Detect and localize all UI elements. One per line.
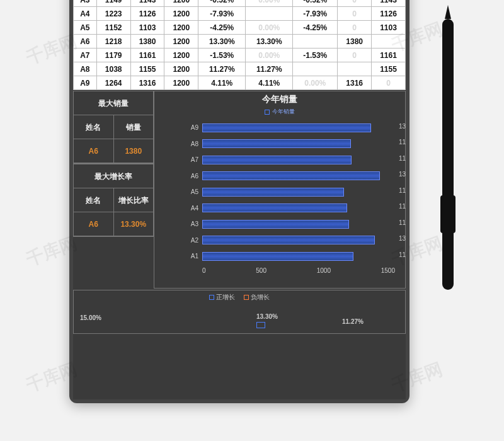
table-row: A612181380120013.30%13.30%1380 [74,35,406,49]
table-cell: 1126 [372,7,406,21]
table-cell: 1223 [96,7,130,21]
bar-category-label: A3 [181,220,198,227]
max-growth-h1: 姓名 [74,188,114,212]
table-cell: 1200 [164,0,198,7]
bar-row: A61380 [181,168,395,185]
table-cell: 1143 [130,0,164,7]
table-cell: 11.27% [246,62,293,76]
data-table: A21272134212005.50%5.50%1342A31149114312… [73,0,406,90]
max-sales-title: 最大销量 [74,91,153,115]
table-cell: 1264 [96,76,130,90]
bar-value-label: 1380 [399,171,406,178]
table-cell: 0.00% [246,21,293,35]
table-cell: 1126 [130,7,164,21]
table-row: A91264131612004.11%4.11%0.00%13160 [74,76,406,90]
bar: 1316 [202,123,371,132]
max-growth-title: 最大增长率 [74,164,153,188]
bar-chart: 今年销量 今年销量 A91316A81155A71161A61380A51103… [154,91,406,289]
table-cell: 1179 [96,49,130,62]
max-sales-name: A6 [74,139,114,163]
bar-track: 1155 [202,139,395,148]
table-cell: 1103 [130,21,164,35]
max-growth-name: A6 [74,212,114,236]
bar-row: A21342 [181,232,395,249]
bar-value-label: 1316 [399,123,406,130]
bar-track: 1176 [202,252,395,261]
bar: 1176 [202,252,353,261]
max-sales-h1: 姓名 [74,115,114,139]
bar-value-label: 1143 [399,219,406,226]
table-cell: -0.52% [198,0,246,7]
bar-track: 1342 [202,236,395,244]
table-cell: -7.93% [293,7,338,21]
legend-pos-label: 正增长 [216,294,235,301]
bar: 1380 [202,171,380,180]
bar-value-label: 1161 [399,155,406,162]
table-cell: 1380 [338,35,372,49]
bar-value-label: 1126 [399,203,406,210]
table-cell: 1155 [130,62,164,76]
table-cell: 1316 [130,76,164,90]
max-sales-value: 1380 [114,139,154,163]
table-cell: A8 [74,62,97,76]
growth-chart: 正增长 负增长 15.00% 13.30% 11.27% [73,290,406,334]
table-cell: A4 [74,7,97,21]
bar-row: A31143 [181,216,395,232]
max-growth-value: 13.30% [114,212,154,236]
bar-track: 1126 [202,203,395,212]
table-cell: 0.00% [246,0,293,7]
table-cell [338,62,372,76]
growth-peak-1: 13.30% [256,313,278,320]
table-cell: 0 [338,21,372,35]
max-sales-box: 最大销量 姓名 销量 A6 1380 [73,91,154,164]
growth-legend: 正增长 负增长 [77,293,401,302]
legend-neg-swatch-icon [244,295,249,300]
tablet-frame: A21272134212005.50%5.50%1342A31149114312… [69,0,410,403]
x-tick-label: 1000 [317,267,331,274]
table-cell: 11.27% [198,62,246,76]
legend-neg-label: 负增长 [251,294,270,301]
bar-category-label: A2 [181,237,198,244]
x-tick-label: 1500 [381,267,395,274]
chart-x-axis: 050010001500 [202,267,395,274]
bar-row: A81155 [181,136,395,152]
chart-legend-label: 今年销量 [272,108,295,115]
table-cell: -1.53% [293,49,338,62]
table-cell [293,35,338,49]
bar-value-label: 1103 [399,187,406,194]
bar: 1161 [202,156,352,164]
table-cell: A6 [74,35,97,49]
table-cell [246,7,293,21]
bar-category-label: A8 [181,140,198,147]
table-cell: -4.25% [293,21,338,35]
table-cell: 0 [338,0,372,7]
table-cell: 0.00% [293,76,338,90]
bar-category-label: A9 [181,124,198,131]
table-cell: 0.00% [246,49,293,62]
bar-value-label: 1176 [399,251,406,258]
bar-category-label: A1 [181,253,198,260]
table-row: A7117911611200-1.53%0.00%-1.53%01161 [74,49,406,62]
table-cell: 0 [338,7,372,21]
table-cell: 13.30% [246,35,293,49]
lower-panel: 最大销量 姓名 销量 A6 1380 最大增长率 姓名 增长比率 [73,90,406,289]
table-cell: 1380 [130,35,164,49]
legend-pos-swatch-icon [209,295,214,300]
max-growth-box: 最大增长率 姓名 增长比率 A6 13.30% [73,164,154,237]
table-cell: 0 [372,76,406,90]
table-cell: 1200 [164,62,198,76]
table-row: A5115211031200-4.25%0.00%-4.25%01103 [74,21,406,35]
table-cell: 1161 [130,49,164,62]
table-cell: 13.30% [198,35,246,49]
table-cell: 1316 [338,76,372,90]
chart-legend: 今年销量 [158,108,401,116]
bar-category-label: A4 [181,205,198,212]
x-tick-label: 0 [202,267,206,274]
table-cell [372,35,406,49]
bar: 1126 [202,203,347,212]
table-cell: -0.52% [293,0,338,7]
table-cell [293,62,338,76]
table-cell: 0 [338,49,372,62]
bar-category-label: A5 [181,188,198,195]
bar: 1342 [202,236,375,244]
